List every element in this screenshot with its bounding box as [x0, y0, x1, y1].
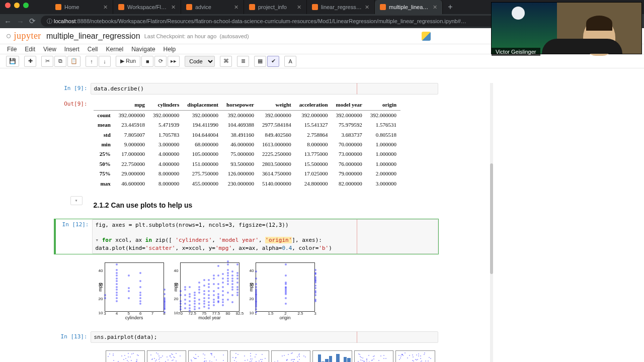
pairplot-cell: [312, 350, 352, 362]
pairplot-cell: [354, 350, 393, 362]
table-row: mean23.4459185.471939194.411990104.46938…: [94, 120, 401, 130]
validate-button[interactable]: ✔: [267, 56, 279, 67]
menu-cell[interactable]: Cell: [88, 46, 98, 53]
close-tab-icon[interactable]: ✕: [103, 4, 108, 11]
menu-insert[interactable]: Insert: [64, 46, 79, 53]
window-controls[interactable]: [5, 3, 29, 8]
browser-tab[interactable]: advice✕: [181, 0, 244, 14]
code-input[interactable]: fig, axes = plt.subplots(nrows=1, ncols=…: [92, 219, 438, 254]
output-cell-9: Out[9]: mpgcylindersdisplacementhorsepow…: [54, 98, 439, 191]
back-icon[interactable]: ←: [4, 17, 12, 26]
notebook-area[interactable]: In [9]: data.describe() Out[9]: mpgcylin…: [0, 82, 492, 362]
tab-title: Workspace/Flatiron/Reso: [127, 4, 168, 10]
save-button[interactable]: 💾: [6, 56, 19, 67]
forward-icon[interactable]: →: [17, 17, 24, 26]
autopep-button[interactable]: A: [284, 56, 296, 67]
menu-kernel[interactable]: Kernel: [106, 46, 124, 53]
tab-title: Home: [64, 4, 100, 10]
markdown-cell-heading[interactable]: ▾ 2.1.2 Can use plots to help us: [54, 194, 439, 216]
cell-prompt: In [9]:: [54, 83, 91, 95]
table-row: 75%29.0000008.000000275.750000126.000000…: [94, 169, 401, 178]
cell-prompt: In [13]:: [54, 331, 91, 343]
pairplot-cell: [106, 350, 145, 362]
close-tab-icon[interactable]: ✕: [433, 4, 437, 11]
code-input[interactable]: sns.pairplot(data);: [91, 331, 438, 343]
cell-type-select[interactable]: Code: [185, 56, 215, 67]
run-button[interactable]: ▶ Run: [116, 56, 140, 67]
code-cell-13[interactable]: In [13]: sns.pairplot(data);: [54, 331, 439, 343]
describe-table: mpgcylindersdisplacementhorsepowerweight…: [94, 100, 401, 189]
pairplot-cell: [147, 350, 186, 362]
pairplot-cell: [230, 350, 269, 362]
paste-button[interactable]: 📋: [67, 56, 80, 67]
reload-icon[interactable]: ⟳: [29, 17, 36, 26]
url-path: :8888/notebooks/Workspace/Flatiron/Resou…: [75, 18, 466, 24]
browser-tab[interactable]: Home✕: [50, 0, 113, 14]
code-input[interactable]: data.describe(): [91, 83, 438, 95]
browser-tab[interactable]: linear_regressions_and_s✕: [307, 0, 375, 14]
jupyter-logo[interactable]: ○ jupyter: [6, 31, 41, 41]
tab-favicon-icon: [380, 4, 386, 10]
toc-button[interactable]: ≣: [237, 56, 249, 67]
move-down-button[interactable]: ↓: [99, 56, 111, 67]
move-up-button[interactable]: ↑: [86, 56, 98, 67]
table-header: weight: [258, 100, 295, 110]
close-tab-icon[interactable]: ✕: [234, 4, 238, 11]
scatter-plot: 102030407072.57577.58082.5mpgmodel year: [180, 262, 239, 312]
cell-prompt: In [12]:: [56, 219, 92, 254]
tab-favicon-icon: [55, 4, 61, 10]
table-row: 25%17.0000004.000000105.00000075.0000002…: [94, 149, 401, 159]
stop-button[interactable]: ■: [141, 56, 153, 67]
close-tab-icon[interactable]: ✕: [171, 4, 176, 11]
scrollbar[interactable]: [490, 83, 493, 362]
minimize-window-icon[interactable]: [14, 3, 20, 8]
browser-tab[interactable]: project_info✕: [244, 0, 307, 14]
restart-button[interactable]: ⟳: [154, 56, 167, 67]
code-cell-12[interactable]: In [12]: fig, axes = plt.subplots(nrows=…: [54, 219, 439, 255]
close-window-icon[interactable]: [5, 3, 11, 8]
close-tab-icon[interactable]: ✕: [365, 4, 369, 11]
menu-help[interactable]: Help: [164, 46, 176, 53]
browser-tab[interactable]: multiple_linear_regression✕: [375, 0, 443, 14]
maximize-window-icon[interactable]: [23, 3, 29, 8]
tab-favicon-icon: [118, 4, 124, 10]
table-row: min9.0000003.00000068.00000046.000000161…: [94, 140, 401, 149]
cut-button[interactable]: ✂: [41, 56, 53, 67]
describe-output: mpgcylindersdisplacementhorsepowerweight…: [91, 99, 438, 190]
add-cell-button[interactable]: ✚: [24, 56, 36, 67]
tab-title: project_info: [258, 4, 294, 10]
tab-favicon-icon: [186, 4, 192, 10]
collapse-toggle-icon[interactable]: ▾: [70, 196, 83, 205]
menu-file[interactable]: File: [7, 46, 17, 53]
url-host: localhost: [54, 18, 75, 24]
cell-toolbar-button[interactable]: ▦: [254, 56, 266, 67]
new-tab-button[interactable]: +: [443, 0, 458, 14]
tab-favicon-icon: [249, 4, 255, 10]
table-header: acceleration: [295, 100, 332, 110]
table-header: horsepower: [222, 100, 258, 110]
table-header: displacement: [183, 100, 222, 110]
pairplot-cell: [188, 350, 227, 362]
close-tab-icon[interactable]: ✕: [297, 4, 301, 11]
menu-edit[interactable]: Edit: [25, 46, 35, 53]
table-row: max46.6000008.000000455.000000230.000000…: [94, 179, 401, 189]
code-cell-9[interactable]: In [9]: data.describe(): [54, 82, 439, 95]
presenter-name: Victor Geislinger: [492, 48, 540, 56]
table-row: std7.8050071.705783104.64400438.49116084…: [94, 130, 401, 140]
table-header: model year: [332, 100, 366, 110]
table-row: 50%22.7500004.000000151.00000093.5000002…: [94, 159, 401, 169]
scatter-plot: 10203040345678mpgcylinders: [105, 262, 164, 312]
menu-navigate[interactable]: Navigate: [131, 46, 155, 53]
scrollbar-thumb[interactable]: [490, 163, 493, 274]
table-row: count392.000000392.000000392.000000392.0…: [94, 110, 401, 120]
notebook-name[interactable]: multiple_linear_regression: [46, 32, 140, 41]
checkpoint-text: Last Checkpoint: an hour ago (autosaved): [144, 33, 249, 39]
tab-favicon-icon: [312, 4, 318, 10]
copy-button[interactable]: ⧉: [54, 56, 66, 67]
scatter-plots: 10203040345678mpgcylinders102030407072.5…: [94, 259, 435, 326]
command-palette-button[interactable]: ⌘: [220, 56, 232, 67]
run-all-button[interactable]: ▸▸: [168, 56, 180, 67]
browser-tab[interactable]: Workspace/Flatiron/Reso✕: [113, 0, 181, 14]
tab-title: linear_regressions_and_s: [321, 4, 362, 10]
menu-view[interactable]: View: [43, 46, 56, 53]
